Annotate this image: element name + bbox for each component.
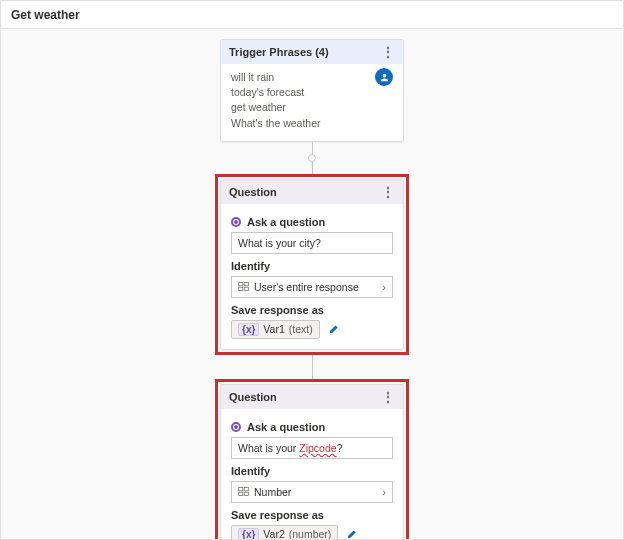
- question-header: Question ⋮: [221, 180, 403, 204]
- question-header: Question ⋮: [221, 385, 403, 409]
- svg-rect-7: [244, 493, 248, 496]
- ask-question-label: Ask a question: [231, 216, 393, 228]
- svg-rect-4: [239, 488, 243, 491]
- question-text-input[interactable]: What is your city?: [231, 232, 393, 254]
- trigger-node[interactable]: Trigger Phrases (4) ⋮ will it rain today…: [220, 39, 404, 142]
- question-node-1[interactable]: Question ⋮ Ask a question What is your c…: [220, 179, 404, 350]
- svg-rect-6: [239, 493, 243, 496]
- message-type-icon: [231, 217, 241, 227]
- svg-rect-1: [244, 283, 248, 286]
- highlight-box: Question ⋮ Ask a question What is your c…: [215, 174, 409, 355]
- trigger-phrase: What's the weather: [231, 116, 393, 131]
- trigger-header-text: Trigger Phrases (4): [229, 46, 329, 58]
- page-title-bar: Get weather: [1, 1, 623, 29]
- variable-badge-icon: {x}: [238, 323, 259, 336]
- variable-chip[interactable]: {x} Var1 (text): [231, 320, 320, 339]
- connector-port: [308, 154, 316, 162]
- save-response-label: Save response as: [231, 304, 393, 316]
- user-icon: [375, 68, 393, 86]
- svg-rect-2: [239, 288, 243, 291]
- ask-question-label: Ask a question: [231, 421, 393, 433]
- connector-line: [312, 355, 313, 379]
- identify-label: Identify: [231, 260, 393, 272]
- trigger-phrase: today's forecast: [231, 85, 393, 100]
- svg-rect-3: [244, 288, 248, 291]
- svg-rect-0: [239, 283, 243, 286]
- trigger-phrase-list: will it rain today's forecast get weathe…: [231, 70, 393, 131]
- highlight-box: Question ⋮ Ask a question What is your Z…: [215, 379, 409, 539]
- more-icon[interactable]: ⋮: [382, 391, 395, 403]
- trigger-phrase: get weather: [231, 100, 393, 115]
- authoring-canvas: Trigger Phrases (4) ⋮ will it rain today…: [1, 29, 623, 539]
- variable-chip[interactable]: {x} Var2 (number): [231, 525, 338, 539]
- trigger-header: Trigger Phrases (4) ⋮: [221, 40, 403, 64]
- svg-rect-5: [244, 488, 248, 491]
- chevron-right-icon: ›: [382, 486, 386, 498]
- identify-label: Identify: [231, 465, 393, 477]
- edit-icon[interactable]: [346, 529, 357, 539]
- question-header-text: Question: [229, 391, 277, 403]
- variable-badge-icon: {x}: [238, 528, 259, 539]
- more-icon[interactable]: ⋮: [382, 186, 395, 198]
- identify-select[interactable]: User's entire response ›: [231, 276, 393, 298]
- more-icon[interactable]: ⋮: [382, 46, 395, 58]
- question-text-input[interactable]: What is your Zipcode?: [231, 437, 393, 459]
- message-type-icon: [231, 422, 241, 432]
- identify-select[interactable]: Number ›: [231, 481, 393, 503]
- chevron-right-icon: ›: [382, 281, 386, 293]
- edit-icon[interactable]: [328, 324, 339, 335]
- spellcheck-underline: Zipcode: [299, 442, 336, 454]
- question-header-text: Question: [229, 186, 277, 198]
- trigger-phrase: will it rain: [231, 70, 393, 85]
- question-node-2[interactable]: Question ⋮ Ask a question What is your Z…: [220, 384, 404, 539]
- save-response-label: Save response as: [231, 509, 393, 521]
- entity-icon: [238, 486, 249, 497]
- entity-icon: [238, 281, 249, 292]
- page-title: Get weather: [11, 8, 80, 22]
